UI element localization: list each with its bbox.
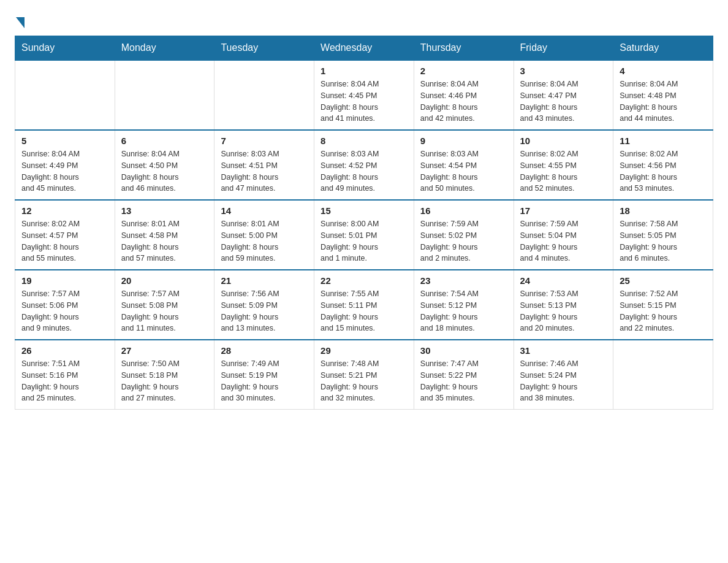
calendar-day-8: 8Sunrise: 8:03 AMSunset: 4:52 PMDaylight… xyxy=(314,130,414,200)
day-number: 8 xyxy=(320,136,408,146)
logo xyxy=(15,15,25,26)
day-info: Sunrise: 7:57 AMSunset: 5:06 PMDaylight:… xyxy=(21,288,108,334)
page-header xyxy=(15,15,713,26)
day-number: 24 xyxy=(520,275,607,286)
calendar-week-row: 12Sunrise: 8:02 AMSunset: 4:57 PMDayligh… xyxy=(15,200,713,270)
calendar-week-row: 19Sunrise: 7:57 AMSunset: 5:06 PMDayligh… xyxy=(15,270,713,340)
day-info: Sunrise: 8:02 AMSunset: 4:56 PMDaylight:… xyxy=(620,148,707,194)
weekday-header-sunday: Sunday xyxy=(15,36,115,61)
calendar-empty-cell xyxy=(15,60,115,130)
day-number: 12 xyxy=(21,205,108,216)
day-number: 23 xyxy=(420,275,507,286)
weekday-header-wednesday: Wednesday xyxy=(314,36,414,61)
day-info: Sunrise: 8:04 AMSunset: 4:46 PMDaylight:… xyxy=(420,79,507,124)
calendar-day-7: 7Sunrise: 8:03 AMSunset: 4:51 PMDaylight… xyxy=(214,130,314,200)
day-info: Sunrise: 7:50 AMSunset: 5:18 PMDaylight:… xyxy=(121,358,208,404)
day-number: 17 xyxy=(520,205,607,216)
day-number: 6 xyxy=(121,136,208,146)
day-info: Sunrise: 8:00 AMSunset: 5:01 PMDaylight:… xyxy=(320,218,408,264)
calendar-day-13: 13Sunrise: 8:01 AMSunset: 4:58 PMDayligh… xyxy=(115,200,214,270)
calendar-day-24: 24Sunrise: 7:53 AMSunset: 5:13 PMDayligh… xyxy=(514,270,613,340)
day-info: Sunrise: 7:51 AMSunset: 5:16 PMDaylight:… xyxy=(21,358,108,404)
day-number: 7 xyxy=(221,136,308,146)
day-info: Sunrise: 8:03 AMSunset: 4:51 PMDaylight:… xyxy=(221,148,308,194)
weekday-header-tuesday: Tuesday xyxy=(214,36,314,61)
weekday-header-friday: Friday xyxy=(514,36,613,61)
logo-arrow-icon xyxy=(16,17,25,28)
calendar-day-31: 31Sunrise: 7:46 AMSunset: 5:24 PMDayligh… xyxy=(514,340,613,410)
day-number: 30 xyxy=(420,345,507,356)
calendar-day-6: 6Sunrise: 8:04 AMSunset: 4:50 PMDaylight… xyxy=(115,130,214,200)
calendar-day-16: 16Sunrise: 7:59 AMSunset: 5:02 PMDayligh… xyxy=(414,200,514,270)
day-info: Sunrise: 7:59 AMSunset: 5:02 PMDaylight:… xyxy=(420,218,507,264)
day-number: 2 xyxy=(420,66,507,76)
day-number: 10 xyxy=(520,136,607,146)
calendar-day-2: 2Sunrise: 8:04 AMSunset: 4:46 PMDaylight… xyxy=(414,60,514,130)
day-number: 16 xyxy=(420,205,507,216)
day-number: 15 xyxy=(320,205,408,216)
day-info: Sunrise: 7:49 AMSunset: 5:19 PMDaylight:… xyxy=(221,358,308,404)
calendar-day-25: 25Sunrise: 7:52 AMSunset: 5:15 PMDayligh… xyxy=(613,270,713,340)
day-info: Sunrise: 7:57 AMSunset: 5:08 PMDaylight:… xyxy=(121,288,208,334)
day-number: 20 xyxy=(121,275,208,286)
day-info: Sunrise: 8:02 AMSunset: 4:57 PMDaylight:… xyxy=(21,218,108,264)
day-number: 13 xyxy=(121,205,208,216)
calendar-day-28: 28Sunrise: 7:49 AMSunset: 5:19 PMDayligh… xyxy=(214,340,314,410)
calendar-week-row: 5Sunrise: 8:04 AMSunset: 4:49 PMDaylight… xyxy=(15,130,713,200)
calendar-empty-cell xyxy=(115,60,214,130)
day-info: Sunrise: 7:52 AMSunset: 5:15 PMDaylight:… xyxy=(620,288,707,334)
calendar-table: SundayMondayTuesdayWednesdayThursdayFrid… xyxy=(15,36,713,410)
calendar-day-11: 11Sunrise: 8:02 AMSunset: 4:56 PMDayligh… xyxy=(613,130,713,200)
calendar-day-18: 18Sunrise: 7:58 AMSunset: 5:05 PMDayligh… xyxy=(613,200,713,270)
calendar-day-29: 29Sunrise: 7:48 AMSunset: 5:21 PMDayligh… xyxy=(314,340,414,410)
day-info: Sunrise: 7:48 AMSunset: 5:21 PMDaylight:… xyxy=(320,358,408,404)
day-info: Sunrise: 8:04 AMSunset: 4:47 PMDaylight:… xyxy=(520,79,607,124)
day-number: 14 xyxy=(221,205,308,216)
day-number: 29 xyxy=(320,345,408,356)
weekday-header-monday: Monday xyxy=(115,36,214,61)
calendar-day-23: 23Sunrise: 7:54 AMSunset: 5:12 PMDayligh… xyxy=(414,270,514,340)
day-number: 1 xyxy=(320,66,408,76)
day-info: Sunrise: 7:54 AMSunset: 5:12 PMDaylight:… xyxy=(420,288,507,334)
day-number: 11 xyxy=(620,136,707,146)
calendar-day-10: 10Sunrise: 8:02 AMSunset: 4:55 PMDayligh… xyxy=(514,130,613,200)
calendar-day-3: 3Sunrise: 8:04 AMSunset: 4:47 PMDaylight… xyxy=(514,60,613,130)
calendar-day-4: 4Sunrise: 8:04 AMSunset: 4:48 PMDaylight… xyxy=(613,60,713,130)
day-info: Sunrise: 7:47 AMSunset: 5:22 PMDaylight:… xyxy=(420,358,507,404)
calendar-day-26: 26Sunrise: 7:51 AMSunset: 5:16 PMDayligh… xyxy=(15,340,115,410)
day-info: Sunrise: 8:03 AMSunset: 4:54 PMDaylight:… xyxy=(420,148,507,194)
day-number: 18 xyxy=(620,205,707,216)
day-info: Sunrise: 7:55 AMSunset: 5:11 PMDaylight:… xyxy=(320,288,408,334)
day-info: Sunrise: 7:58 AMSunset: 5:05 PMDaylight:… xyxy=(620,218,707,264)
day-number: 27 xyxy=(121,345,208,356)
weekday-header-saturday: Saturday xyxy=(613,36,713,61)
calendar-day-12: 12Sunrise: 8:02 AMSunset: 4:57 PMDayligh… xyxy=(15,200,115,270)
calendar-day-5: 5Sunrise: 8:04 AMSunset: 4:49 PMDaylight… xyxy=(15,130,115,200)
calendar-empty-cell xyxy=(214,60,314,130)
day-info: Sunrise: 7:56 AMSunset: 5:09 PMDaylight:… xyxy=(221,288,308,334)
calendar-day-27: 27Sunrise: 7:50 AMSunset: 5:18 PMDayligh… xyxy=(115,340,214,410)
weekday-header-row: SundayMondayTuesdayWednesdayThursdayFrid… xyxy=(15,36,713,61)
day-number: 22 xyxy=(320,275,408,286)
day-number: 9 xyxy=(420,136,507,146)
calendar-day-1: 1Sunrise: 8:04 AMSunset: 4:45 PMDaylight… xyxy=(314,60,414,130)
calendar-day-9: 9Sunrise: 8:03 AMSunset: 4:54 PMDaylight… xyxy=(414,130,514,200)
weekday-header-thursday: Thursday xyxy=(414,36,514,61)
day-info: Sunrise: 7:46 AMSunset: 5:24 PMDaylight:… xyxy=(520,358,607,404)
day-number: 4 xyxy=(620,66,707,76)
day-info: Sunrise: 8:04 AMSunset: 4:48 PMDaylight:… xyxy=(620,79,707,124)
calendar-day-17: 17Sunrise: 7:59 AMSunset: 5:04 PMDayligh… xyxy=(514,200,613,270)
calendar-day-30: 30Sunrise: 7:47 AMSunset: 5:22 PMDayligh… xyxy=(414,340,514,410)
day-info: Sunrise: 8:01 AMSunset: 4:58 PMDaylight:… xyxy=(121,218,208,264)
day-number: 21 xyxy=(221,275,308,286)
day-number: 19 xyxy=(21,275,108,286)
day-info: Sunrise: 7:53 AMSunset: 5:13 PMDaylight:… xyxy=(520,288,607,334)
day-number: 28 xyxy=(221,345,308,356)
day-info: Sunrise: 8:01 AMSunset: 5:00 PMDaylight:… xyxy=(221,218,308,264)
calendar-day-19: 19Sunrise: 7:57 AMSunset: 5:06 PMDayligh… xyxy=(15,270,115,340)
calendar-empty-cell xyxy=(613,340,713,410)
calendar-day-21: 21Sunrise: 7:56 AMSunset: 5:09 PMDayligh… xyxy=(214,270,314,340)
day-info: Sunrise: 8:02 AMSunset: 4:55 PMDaylight:… xyxy=(520,148,607,194)
calendar-day-14: 14Sunrise: 8:01 AMSunset: 5:00 PMDayligh… xyxy=(214,200,314,270)
day-info: Sunrise: 8:04 AMSunset: 4:49 PMDaylight:… xyxy=(21,148,108,194)
